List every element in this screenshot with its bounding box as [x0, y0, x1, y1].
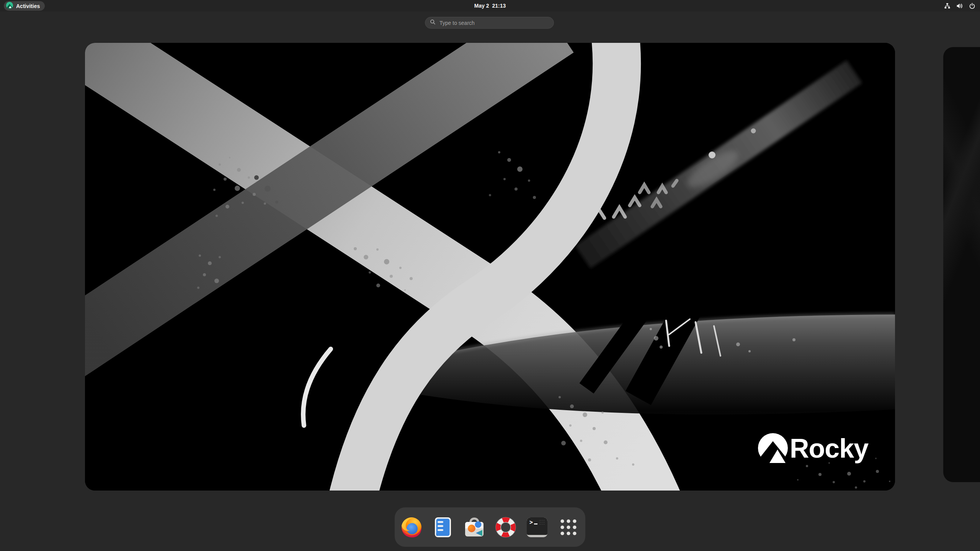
power-icon[interactable] [969, 3, 975, 9]
app-grid-icon [557, 516, 580, 538]
dock-item-files[interactable] [432, 516, 454, 538]
rocky-wallpaper-logo: Rocky [756, 433, 869, 463]
files-icon [432, 516, 454, 538]
search-input[interactable] [439, 20, 549, 26]
workspace-preview-current[interactable]: Rocky [85, 43, 895, 491]
rocky-wallpaper-art: Rocky [85, 43, 895, 491]
workspace-preview-next[interactable] [943, 47, 980, 482]
help-lifebuoy-icon [495, 516, 517, 538]
system-status-area[interactable] [944, 0, 975, 11]
dock-item-app-grid[interactable] [557, 516, 580, 538]
gnome-activities-overview: Activities May 2 21:13 [0, 0, 980, 551]
rocky-logo-text: Rocky [790, 434, 869, 463]
dash-dock: > [395, 507, 585, 547]
dock-item-firefox[interactable] [400, 516, 423, 538]
terminal-icon: > [526, 516, 548, 538]
top-bar: Activities May 2 21:13 [0, 0, 980, 11]
volume-icon[interactable] [956, 3, 963, 9]
dock-item-terminal[interactable]: > [526, 516, 548, 538]
search-bar[interactable] [425, 17, 554, 29]
clock[interactable]: May 2 21:13 [0, 0, 980, 11]
firefox-icon [400, 516, 423, 538]
dock-item-help[interactable] [495, 516, 517, 538]
software-store-icon [463, 516, 485, 538]
search-icon [430, 19, 436, 26]
svg-text:>: > [529, 519, 533, 526]
dock-item-software[interactable] [463, 516, 485, 538]
network-wired-icon[interactable] [944, 3, 951, 9]
